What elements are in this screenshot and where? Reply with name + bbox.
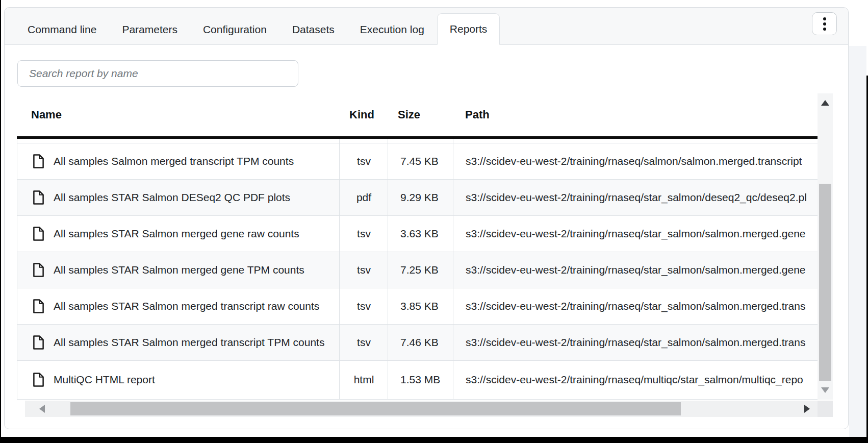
file-icon (33, 262, 44, 278)
scroll-left-arrow-icon[interactable] (39, 405, 45, 413)
report-kind: tsv (340, 264, 388, 276)
table-row[interactable]: All samples STAR Salmon merged transcrip… (17, 288, 818, 325)
scroll-right-arrow-icon[interactable] (804, 405, 810, 413)
report-size: 7.25 KB (388, 264, 453, 276)
report-name: All samples STAR Salmon DESeq2 QC PDF pl… (54, 191, 290, 204)
horizontal-scrollbar-thumb[interactable] (70, 402, 681, 415)
column-header-name: Name (17, 108, 339, 121)
column-header-size: Size (388, 108, 453, 121)
table-row[interactable]: All samples STAR Salmon merged gene raw … (17, 216, 818, 252)
partial-scrolled-row (17, 139, 818, 143)
file-icon (33, 226, 44, 241)
table-row[interactable]: All samples Salmon merged transcript TPM… (17, 143, 818, 180)
report-path: s3://scidev-eu-west-2/training/rnaseq/st… (453, 264, 818, 276)
scroll-up-arrow-icon[interactable] (821, 100, 829, 106)
report-kind: html (340, 374, 388, 386)
horizontal-scrollbar[interactable] (25, 401, 818, 417)
frame-edge (0, 0, 1, 443)
report-path: s3://scidev-eu-west-2/training/rnaseq/sa… (453, 155, 818, 167)
table-row[interactable]: All samples STAR Salmon merged transcrip… (17, 325, 818, 361)
kebab-vertical-icon (823, 22, 826, 26)
table-row[interactable]: All samples STAR Salmon DESeq2 QC PDF pl… (17, 180, 818, 216)
report-name: All samples STAR Salmon merged transcrip… (54, 336, 324, 349)
kebab-vertical-icon (823, 28, 826, 31)
tab-reports[interactable]: Reports (437, 13, 500, 45)
report-path: s3://scidev-eu-west-2/training/rnaseq/st… (453, 336, 818, 349)
reports-table: Name Kind Size Path All samples Salmon m… (17, 93, 833, 417)
report-kind: pdf (340, 191, 388, 204)
report-path: s3://scidev-eu-west-2/training/rnaseq/st… (453, 191, 818, 204)
kebab-vertical-icon (823, 17, 826, 20)
report-name: All samples Salmon merged transcript TPM… (54, 155, 294, 167)
tab-execution-log[interactable]: Execution log (347, 14, 437, 45)
column-divider (339, 139, 340, 400)
report-size: 1.53 MB (388, 374, 453, 386)
report-kind: tsv (340, 300, 388, 312)
scrollbar-corner (818, 401, 833, 417)
report-size: 7.45 KB (388, 155, 453, 167)
report-name: All samples STAR Salmon merged gene TPM … (54, 264, 304, 276)
report-kind: tsv (340, 155, 388, 167)
file-icon (33, 299, 44, 314)
report-name: All samples STAR Salmon merged transcrip… (54, 300, 319, 312)
table-row[interactable]: MultiQC HTML report html 1.53 MB s3://sc… (17, 361, 818, 398)
more-options-button[interactable] (812, 12, 837, 35)
tab-configuration[interactable]: Configuration (190, 14, 279, 45)
report-size: 3.85 KB (388, 300, 453, 312)
report-kind: tsv (340, 228, 388, 240)
file-icon (33, 154, 44, 169)
scroll-down-arrow-icon[interactable] (821, 387, 829, 393)
file-icon (33, 372, 44, 387)
search-input[interactable] (17, 60, 298, 87)
tab-bar: Command lineParametersConfigurationDatas… (15, 13, 500, 45)
tab-header: Command lineParametersConfigurationDatas… (5, 8, 848, 45)
report-size: 3.63 KB (388, 228, 453, 240)
page-background-strip (849, 46, 866, 437)
report-path: s3://scidev-eu-west-2/training/rnaseq/st… (453, 228, 818, 240)
column-divider (388, 139, 388, 400)
column-header-path: Path (453, 108, 818, 121)
report-path: s3://scidev-eu-west-2/training/rnaseq/st… (453, 300, 818, 312)
vertical-scrollbar[interactable] (818, 93, 833, 400)
report-name: All samples STAR Salmon merged gene raw … (54, 228, 299, 240)
file-icon (33, 190, 44, 205)
table-header-row: Name Kind Size Path (17, 93, 818, 136)
file-icon (33, 335, 44, 350)
frame-edge (0, 437, 868, 443)
column-divider (453, 139, 453, 400)
report-kind: tsv (340, 336, 388, 349)
table-row[interactable]: All samples STAR Salmon merged gene TPM … (17, 252, 818, 288)
tab-parameters[interactable]: Parameters (109, 14, 190, 45)
vertical-scrollbar-thumb[interactable] (819, 184, 831, 381)
table-body-viewport: All samples Salmon merged transcript TPM… (17, 139, 818, 400)
report-size: 7.46 KB (388, 336, 453, 349)
report-path: s3://scidev-eu-west-2/training/rnaseq/mu… (453, 374, 818, 386)
tab-datasets[interactable]: Datasets (279, 14, 347, 45)
report-name: MultiQC HTML report (54, 374, 155, 386)
page: Command lineParametersConfigurationDatas… (0, 0, 868, 443)
report-size: 9.29 KB (388, 191, 453, 204)
column-header-kind: Kind (339, 108, 388, 121)
tab-command-line[interactable]: Command line (15, 14, 109, 45)
